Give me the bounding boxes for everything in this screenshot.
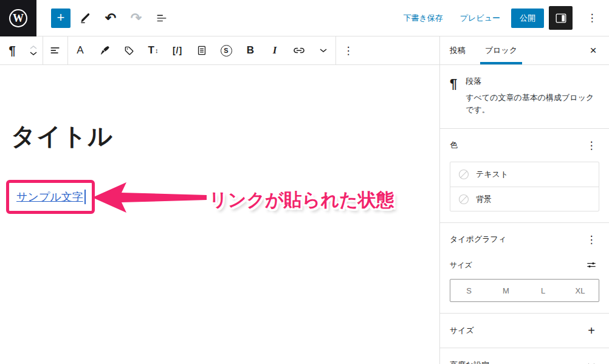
sponsored-link-button[interactable]: S — [214, 36, 238, 64]
typography-panel-title: タイポグラフィ — [450, 234, 506, 245]
chevron-down-icon — [29, 50, 38, 57]
note-button[interactable] — [190, 36, 214, 64]
plus-icon: + — [588, 324, 595, 338]
publish-button[interactable]: 公開 — [511, 9, 544, 28]
svg-text:W: W — [13, 12, 24, 24]
tag-icon — [123, 44, 136, 57]
color-panel: 色 ⋮ テキスト — [440, 129, 609, 223]
paragraph-icon: ¶ — [9, 44, 15, 58]
text-color-row[interactable]: テキスト — [450, 162, 599, 187]
no-color-icon — [458, 193, 470, 205]
sample-text-link[interactable]: サンプル文字 — [16, 190, 83, 204]
add-block-button[interactable]: + — [51, 9, 71, 28]
more-formats-button[interactable] — [311, 36, 335, 64]
wordpress-logo-button[interactable]: W — [0, 0, 36, 36]
shortcode-icon: [/] — [173, 46, 182, 55]
dimensions-panel: サイズ + — [440, 314, 609, 348]
link-icon — [292, 43, 306, 58]
advanced-expand-button[interactable] — [583, 357, 599, 364]
brush-icon — [98, 44, 111, 57]
sidebar-panel-icon — [554, 12, 568, 25]
block-options-button[interactable]: ⋮ — [336, 36, 360, 64]
italic-icon: I — [273, 44, 277, 57]
redo-icon: ↷ — [131, 10, 142, 26]
kebab-menu-icon: ⋮ — [587, 140, 597, 151]
align-left-icon — [49, 44, 62, 57]
shortcode-button[interactable]: [/] — [165, 36, 190, 64]
settings-sidebar: 投稿 ブロック × ¶ 段落 すべての文章の基本の構成ブロックです。 色 ⋮ — [439, 36, 609, 364]
close-icon: × — [590, 44, 596, 57]
chevron-down-icon — [318, 47, 328, 53]
size-settings-button[interactable] — [583, 257, 599, 273]
text-color-label: テキスト — [476, 169, 508, 180]
pencil-icon — [79, 12, 92, 24]
font-color-button[interactable]: A — [68, 36, 92, 64]
preview-button[interactable]: プレビュー — [454, 9, 506, 27]
block-card: ¶ 段落 すべての文章の基本の構成ブロックです。 — [440, 65, 609, 129]
annotation-highlight-box: サンプル文字 — [6, 180, 95, 214]
bold-button[interactable]: B — [238, 36, 263, 64]
block-mover-button[interactable] — [24, 36, 43, 64]
undo-button[interactable]: ↶ — [100, 7, 122, 29]
color-settings-box: テキスト 背景 — [450, 162, 599, 211]
italic-button[interactable]: I — [263, 36, 287, 64]
settings-sidebar-toggle-button[interactable] — [549, 6, 573, 30]
circled-s-icon: S — [221, 45, 232, 57]
paragraph-block-button[interactable]: ¶ — [0, 36, 24, 64]
edit-mode-button[interactable] — [74, 7, 96, 29]
typography-panel: タイポグラフィ ⋮ サイズ — [440, 223, 609, 314]
post-title[interactable]: タイトル — [11, 120, 113, 153]
plus-icon: + — [57, 9, 65, 27]
tab-block[interactable]: ブロック — [475, 36, 527, 64]
editor-canvas[interactable]: タイトル サンプル文字 リンクが貼られた状態 — [0, 65, 439, 364]
wordpress-icon: W — [7, 7, 29, 29]
sidebar-tabs: 投稿 ブロック × — [440, 36, 609, 65]
annotation-label: リンクが貼られた状態 — [209, 188, 394, 213]
close-sidebar-button[interactable]: × — [582, 36, 604, 64]
block-card-title: 段落 — [466, 76, 599, 87]
tag-button[interactable] — [117, 36, 141, 64]
font-size-xl-button[interactable]: XL — [562, 280, 599, 301]
text-size-icon: T — [148, 44, 154, 57]
highlight-brush-button[interactable] — [92, 36, 117, 64]
top-bar-actions: 下書き保存 プレビュー 公開 ⋮ — [397, 6, 609, 30]
dimensions-panel-title: サイズ — [450, 325, 474, 336]
advanced-panel-title: 高度な設定 — [450, 360, 489, 364]
wordpress-editor: W + ↶ ↷ 下書き保存 プレビュー 公開 — [0, 0, 609, 364]
kebab-menu-icon: ⋮ — [587, 235, 597, 245]
dimensions-add-button[interactable]: + — [583, 323, 599, 338]
text-size-button[interactable]: T↕ — [141, 36, 165, 64]
background-color-label: 背景 — [476, 194, 492, 205]
editor-top-bar: W + ↶ ↷ 下書き保存 プレビュー 公開 — [0, 0, 609, 36]
link-button[interactable] — [287, 36, 311, 64]
block-card-description: すべての文章の基本の構成ブロックです。 — [466, 92, 599, 116]
background-color-row[interactable]: 背景 — [450, 187, 599, 211]
save-draft-button[interactable]: 下書き保存 — [397, 9, 449, 27]
annotation-arrow — [91, 180, 208, 216]
kebab-menu-icon: ⋮ — [587, 13, 597, 23]
text-cursor — [84, 190, 86, 204]
document-icon — [196, 44, 208, 57]
redo-button[interactable]: ↷ — [125, 7, 147, 29]
font-color-icon: A — [77, 44, 83, 57]
list-view-button[interactable] — [151, 7, 173, 29]
chevron-up-icon — [29, 44, 38, 50]
block-toolbar: ¶ — [0, 36, 439, 65]
align-button[interactable] — [43, 36, 67, 64]
font-size-label: サイズ — [450, 260, 472, 270]
undo-icon: ↶ — [105, 10, 116, 26]
editor-body: ¶ — [0, 36, 609, 364]
color-options-button[interactable]: ⋮ — [583, 137, 599, 153]
font-size-s-button[interactable]: S — [450, 280, 487, 301]
bold-icon: B — [247, 44, 254, 57]
typography-options-button[interactable]: ⋮ — [583, 232, 599, 247]
no-color-icon — [458, 168, 470, 180]
options-menu-button[interactable]: ⋮ — [581, 7, 603, 29]
font-size-l-button[interactable]: L — [525, 280, 562, 301]
tab-post[interactable]: 投稿 — [440, 36, 475, 64]
font-size-m-button[interactable]: M — [487, 280, 525, 301]
paragraph-icon: ¶ — [450, 77, 457, 116]
sliders-icon — [585, 259, 597, 271]
font-size-segmented-control: S M L XL — [450, 279, 599, 302]
advanced-panel: 高度な設定 — [440, 348, 609, 364]
